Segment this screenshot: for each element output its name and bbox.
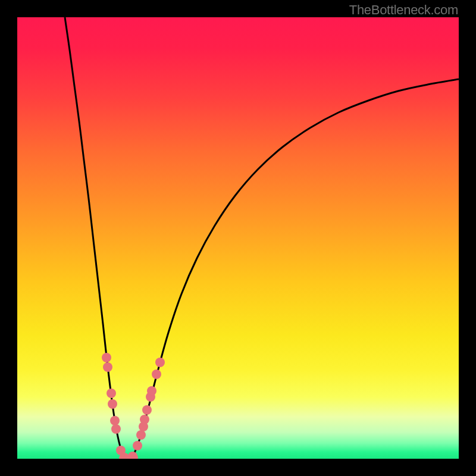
data-marker [102,353,111,362]
data-marker [110,416,120,425]
data-marker [107,389,116,398]
data-marker [152,369,161,379]
plot-area [17,17,459,459]
data-marker [140,415,149,424]
data-marker [155,358,165,367]
data-marker [142,405,152,415]
data-marker [111,424,121,434]
data-marker [147,386,156,396]
data-marker [136,430,146,440]
attribution-label: TheBottleneck.com [349,2,458,18]
right-curve [128,79,459,459]
curve-layer [17,17,459,459]
data-marker [133,441,142,450]
chart-frame: TheBottleneck.com [0,0,476,476]
data-marker [103,362,112,372]
data-markers [102,353,165,459]
left-curve [65,17,128,459]
data-marker [108,399,117,409]
